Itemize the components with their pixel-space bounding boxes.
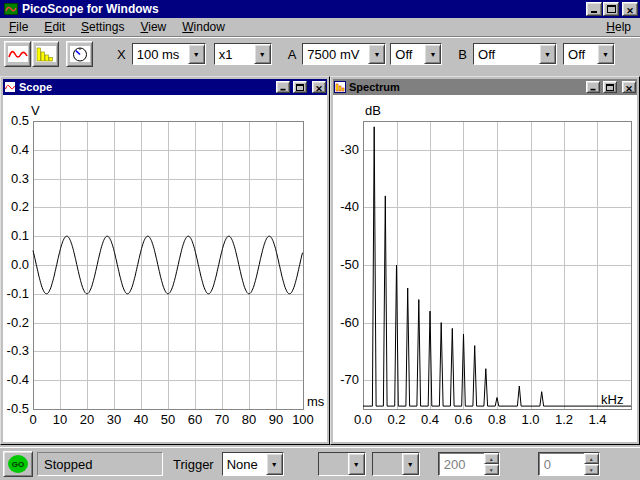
scope-x-unit-label: ms <box>307 395 327 409</box>
chevron-down-icon[interactable] <box>368 44 385 64</box>
scope-x-tick-label: 80 <box>235 413 263 427</box>
spectrum-x-unit-label: kHz <box>601 393 631 407</box>
channel-a-range-combo[interactable]: 7500 mV <box>302 43 386 65</box>
scope-x-tick-label: 20 <box>73 413 101 427</box>
multiplier-combo[interactable]: x1 <box>214 43 272 65</box>
scope-y-tick-label: 0.5 <box>3 114 29 128</box>
menu-item-edit[interactable]: Edit <box>36 18 73 36</box>
channel-b-coupling-combo[interactable]: Off <box>563 43 615 65</box>
scope-y-tick-label: 0.3 <box>3 172 29 186</box>
menu-item-settings[interactable]: Settings <box>73 18 132 36</box>
scope-y-tick-label: 0.4 <box>3 143 29 157</box>
chevron-down-icon[interactable] <box>188 44 205 64</box>
spin-up-button <box>484 453 499 464</box>
spectrum-y-tick-label: -60 <box>333 316 359 330</box>
maximize-icon <box>606 84 614 91</box>
spectrum-minimize-button[interactable] <box>586 81 600 93</box>
spectrum-x-tick-label: 0.8 <box>483 413 511 427</box>
toolbar: X 100 ms x1 A 7500 mV Off B Off Off <box>0 38 640 70</box>
go-icon: GO <box>8 455 28 473</box>
chevron-down-icon[interactable] <box>254 44 271 64</box>
trigger-channel-value <box>319 453 348 475</box>
channel-b-range-value: Off <box>474 44 539 64</box>
app-icon <box>4 2 18 16</box>
menu-item-window[interactable]: Window <box>174 18 233 36</box>
trigger-mode-value: None <box>223 453 266 475</box>
scope-titlebar[interactable]: Scope <box>3 79 327 95</box>
maximize-icon <box>296 84 304 91</box>
channel-a-coupling-combo[interactable]: Off <box>390 43 442 65</box>
timebase-combo[interactable]: 100 ms <box>132 43 206 65</box>
chevron-down-icon[interactable] <box>266 453 283 475</box>
scope-plot-area: 0.50.40.30.20.10.0-0.1-0.2-0.3-0.4-0.501… <box>3 95 327 442</box>
trigger-threshold-value: 200 <box>439 453 484 475</box>
spin-up-button <box>584 453 599 464</box>
scope-y-tick-label: 0.0 <box>3 258 29 272</box>
scope-y-tick-label: 0.1 <box>3 229 29 243</box>
channel-b-coupling-value: Off <box>564 44 597 64</box>
spectrum-title: Spectrum <box>349 81 583 93</box>
trigger-label: Trigger <box>173 457 214 472</box>
menu-item-help[interactable]: Help <box>598 18 639 36</box>
spin-down-button <box>484 464 499 475</box>
chevron-down-icon <box>348 453 365 475</box>
scope-window-icon <box>4 81 16 93</box>
timebase-label: X <box>117 47 126 62</box>
scope-close-button[interactable] <box>312 81 326 93</box>
scope-y-tick-label: -0.1 <box>3 287 29 301</box>
meter-view-button[interactable] <box>66 41 93 67</box>
trigger-mode-combo[interactable]: None <box>222 452 284 476</box>
spectrum-x-tick-label: 0.4 <box>416 413 444 427</box>
spectrum-x-tick-label: 1.2 <box>550 413 578 427</box>
scope-x-tick-label: 90 <box>262 413 290 427</box>
spectrum-x-tick-label: 1.4 <box>584 413 612 427</box>
spectrum-x-tick-label: 1.0 <box>517 413 545 427</box>
spectrum-x-tick-label: 0.2 <box>383 413 411 427</box>
close-button[interactable] <box>622 2 638 16</box>
spectrum-y-tick-label: -30 <box>333 143 359 157</box>
scope-minimize-button[interactable] <box>276 81 290 93</box>
spectrum-view-button[interactable] <box>32 41 59 67</box>
menu-item-view[interactable]: View <box>132 18 174 36</box>
scope-title: Scope <box>19 81 273 93</box>
spin-down-button <box>584 464 599 475</box>
chevron-down-icon[interactable] <box>597 44 614 64</box>
trigger-delay-spinner: 0 <box>538 452 600 476</box>
scope-view-button[interactable] <box>4 41 31 67</box>
spectrum-plot <box>363 121 632 410</box>
scope-x-tick-label: 10 <box>46 413 74 427</box>
chevron-down-icon[interactable] <box>539 44 556 64</box>
scope-x-tick-label: 50 <box>154 413 182 427</box>
spectrum-window-icon <box>334 81 346 93</box>
close-icon <box>625 80 633 95</box>
minimize-icon <box>590 5 598 14</box>
chevron-down-icon <box>402 453 419 475</box>
timebase-value: 100 ms <box>133 44 188 64</box>
menu-item-file[interactable]: File <box>1 18 36 36</box>
spectrum-close-button[interactable] <box>622 81 636 93</box>
window-titlebar[interactable]: PicoScope for Windows <box>0 0 640 18</box>
channel-b-label: B <box>458 47 467 62</box>
minimize-icon <box>280 83 287 91</box>
scope-y-unit-label: V <box>31 104 55 118</box>
channel-b-range-combo[interactable]: Off <box>473 43 557 65</box>
go-button[interactable]: GO <box>3 451 33 477</box>
spectrum-y-unit-label: dB <box>365 104 391 118</box>
spectrum-titlebar[interactable]: Spectrum <box>333 79 637 95</box>
channel-a-range-value: 7500 mV <box>303 44 368 64</box>
close-icon <box>626 2 634 17</box>
minimize-button[interactable] <box>586 2 602 16</box>
spectrum-y-tick-label: -50 <box>333 258 359 272</box>
scope-maximize-button[interactable] <box>293 81 307 93</box>
scope-y-tick-label: -0.4 <box>3 373 29 387</box>
maximize-button[interactable] <box>603 2 619 16</box>
scope-y-tick-label: -0.3 <box>3 344 29 358</box>
channel-a-label: A <box>288 47 297 62</box>
meter-icon <box>70 46 90 62</box>
spectrum-x-tick-label: 0.0 <box>349 413 377 427</box>
spectrum-maximize-button[interactable] <box>603 81 617 93</box>
chevron-down-icon[interactable] <box>424 44 441 64</box>
trigger-delay-value: 0 <box>539 453 584 475</box>
scope-x-tick-label: 100 <box>289 413 317 427</box>
maximize-icon <box>607 5 616 13</box>
